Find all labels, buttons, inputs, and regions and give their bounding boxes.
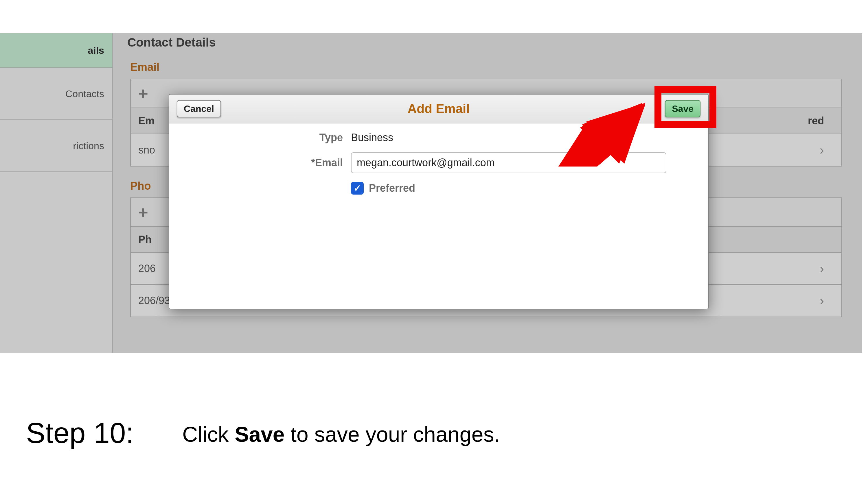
- modal-title: Add Email: [169, 101, 708, 116]
- left-sidebar: ails Contacts rictions: [0, 33, 113, 353]
- sidebar-item-label: Contacts: [65, 88, 104, 99]
- email-label: *Email: [181, 157, 343, 169]
- email-field[interactable]: [351, 152, 666, 173]
- modal-header: Cancel Add Email Save: [169, 95, 708, 124]
- chevron-right-icon: ›: [807, 143, 824, 157]
- instruction-text: Click Save to save your changes.: [182, 422, 500, 447]
- preferred-column-header: red: [789, 115, 824, 127]
- add-email-modal: Cancel Add Email Save Type Business *Ema…: [169, 94, 709, 310]
- preferred-checkbox[interactable]: ✓: [351, 182, 364, 195]
- instruction-part2: to save your changes.: [285, 422, 500, 446]
- cancel-button[interactable]: Cancel: [177, 100, 221, 118]
- sidebar-item-contacts[interactable]: Contacts: [0, 68, 112, 120]
- modal-body: Type Business *Email ✓ Preferred: [169, 124, 708, 206]
- plus-icon: +: [138, 203, 148, 222]
- page-title: Contact Details: [113, 33, 862, 56]
- sidebar-item-details[interactable]: ails: [0, 33, 112, 68]
- sidebar-item-label: ails: [88, 45, 104, 56]
- chevron-right-icon: ›: [807, 261, 824, 276]
- save-button[interactable]: Save: [665, 100, 701, 118]
- type-value: Business: [351, 132, 696, 144]
- tutorial-screenshot: ails Contacts rictions Contact Details E…: [0, 0, 868, 353]
- plus-icon: +: [138, 84, 148, 103]
- sidebar-item-restrictions[interactable]: rictions: [0, 120, 112, 172]
- type-label: Type: [181, 132, 343, 144]
- instruction-bold: Save: [235, 422, 285, 446]
- instruction-part1: Click: [182, 422, 235, 446]
- preferred-label: Preferred: [369, 182, 415, 194]
- instruction-step-number: Step 10:: [26, 416, 134, 450]
- sidebar-item-label: rictions: [73, 140, 104, 152]
- preferred-checkbox-row[interactable]: ✓ Preferred: [351, 182, 696, 195]
- email-section-heading: Email: [113, 56, 862, 78]
- chevron-right-icon: ›: [807, 293, 824, 308]
